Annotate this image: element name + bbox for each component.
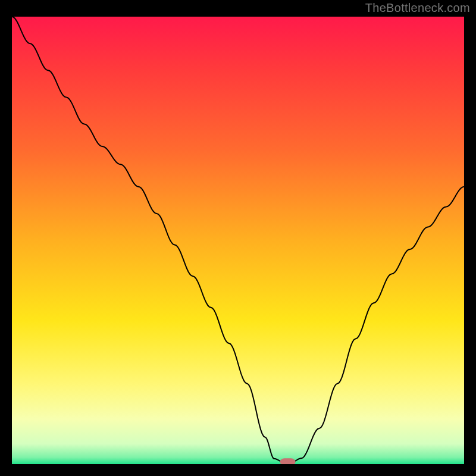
plot-svg	[12, 17, 464, 464]
plot-frame	[12, 17, 464, 464]
chart-container: TheBottleneck.com	[0, 0, 476, 476]
min-marker	[280, 458, 296, 464]
plot-background	[12, 17, 464, 464]
watermark-text: TheBottleneck.com	[365, 1, 470, 15]
